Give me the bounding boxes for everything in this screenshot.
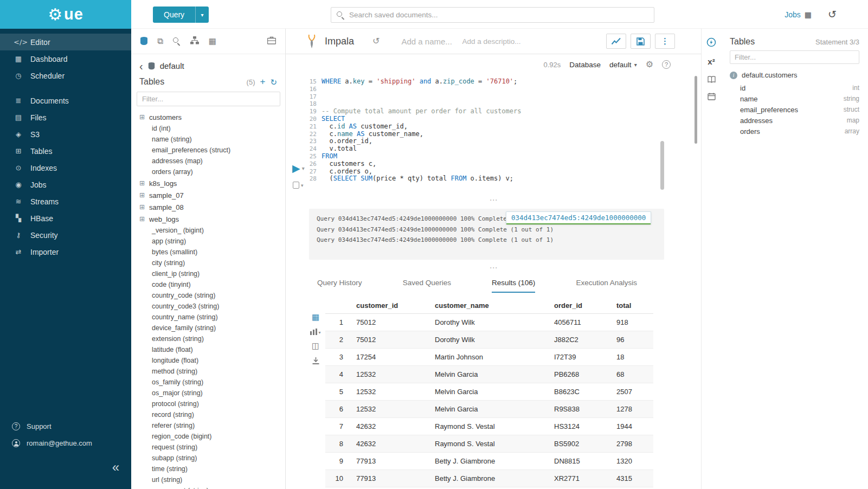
column-item[interactable]: orders (array)	[131, 166, 285, 177]
column-item[interactable]: os_family (string)	[131, 377, 285, 388]
documents-copy-icon[interactable]: ⧉	[157, 36, 163, 46]
code-line[interactable]: 22 c.name AS customer_name,	[307, 131, 701, 138]
settings-gear-icon[interactable]: ⚙	[646, 60, 653, 69]
table-row[interactable]: 512532Melvin GarciaB8623C2507	[325, 383, 653, 401]
column-header[interactable]: order_id	[548, 297, 610, 314]
column-item[interactable]: client_ip (string)	[131, 268, 285, 279]
code-line[interactable]: 15WHERE a.key = 'shipping' and a.zip_cod…	[307, 78, 701, 86]
table-row[interactable]: 612532Melvin GarciaR9S8381278	[325, 401, 653, 418]
column-item[interactable]: extension (string)	[131, 333, 285, 344]
column-item[interactable]: os_major (string)	[131, 388, 285, 398]
code-line[interactable]: 24 v.total	[307, 145, 701, 153]
column-item[interactable]: namestring	[721, 93, 868, 104]
refresh-icon[interactable]: ↻	[270, 78, 277, 86]
query-id-popover[interactable]: 034d413ec7474ed5:4249de1000000000	[506, 211, 651, 224]
column-item[interactable]: latitude (float)	[131, 344, 285, 355]
column-item[interactable]: country_code3 (string)	[131, 301, 285, 312]
sidebar-item-importer[interactable]: ⇄Importer	[0, 243, 131, 260]
sidebar-item-streams[interactable]: ≋Streams	[0, 193, 131, 210]
sidebar-item-s3[interactable]: ◈S3	[0, 126, 131, 143]
table-row[interactable]: 742632Raymond S. VestalHS31241944	[325, 418, 653, 435]
apps-grid-icon[interactable]: ▦	[209, 36, 216, 46]
tab-saved-queries[interactable]: Saved Queries	[403, 279, 451, 293]
code-line[interactable]: 18	[307, 100, 701, 108]
expand-results-icon[interactable]: ◫	[312, 342, 319, 350]
right-filter-input[interactable]	[730, 50, 859, 64]
table-row[interactable]: 275012Dorothy WilkJ882C296	[325, 331, 653, 349]
column-item[interactable]: method (string)	[131, 366, 285, 377]
column-item[interactable]: device_family (string)	[131, 323, 285, 333]
table-row[interactable]: 1077913Betty J. GiambroneXR27714315	[325, 470, 653, 487]
sidebar-item-security[interactable]: ⚷Security	[0, 227, 131, 243]
resize-handle-icon[interactable]	[286, 197, 701, 204]
query-history-icon[interactable]: ↺	[372, 37, 380, 46]
table-row[interactable]: 412532Melvin GarciaPB626868	[325, 366, 653, 383]
code-line[interactable]: 16	[307, 86, 701, 93]
column-item[interactable]: protocol (string)	[131, 398, 285, 409]
collections-briefcase-icon[interactable]	[267, 36, 276, 47]
sitemap-icon[interactable]	[190, 36, 199, 47]
code-line[interactable]: 27 c.orders o,	[307, 168, 701, 176]
sidebar-item-scheduler[interactable]: ◷Scheduler	[0, 67, 131, 84]
column-item[interactable]: addressesmap	[721, 115, 868, 126]
column-item[interactable]: subapp (string)	[131, 453, 285, 464]
databases-icon[interactable]	[140, 37, 147, 46]
code-line[interactable]: 26 customers c,	[307, 160, 701, 168]
sidebar-item-files[interactable]: ▤Files	[0, 109, 131, 126]
create-table-icon[interactable]: +	[260, 78, 265, 86]
functions-icon[interactable]: x²	[708, 57, 715, 66]
chart-view-icon[interactable]: ▾	[310, 329, 320, 335]
column-item[interactable]: user_agent (string)	[131, 485, 285, 489]
column-header[interactable]: customer_id	[350, 297, 428, 314]
code-line[interactable]: 28 (SELECT SUM(price * qty) total FROM o…	[307, 175, 701, 183]
column-item[interactable]: url (string)	[131, 474, 285, 485]
table-row[interactable]: 977913Betty J. GiambroneDN88151320	[325, 453, 653, 470]
column-item[interactable]: code (tinyint)	[131, 279, 285, 290]
column-item[interactable]: referer (string)	[131, 420, 285, 431]
tab-query-history[interactable]: Query History	[317, 279, 362, 293]
query-description-input[interactable]	[462, 37, 531, 46]
code-line[interactable]: 20SELECT	[307, 115, 701, 123]
column-item[interactable]: bytes (smallint)	[131, 247, 285, 258]
tab-results-106[interactable]: Results (106)	[492, 279, 535, 293]
editor-scrollbar[interactable]	[660, 141, 664, 190]
sidebar-item-hbase[interactable]: ▚HBase	[0, 210, 131, 227]
code-line[interactable]: 19-- Compute total amount per order for …	[307, 108, 701, 115]
column-item[interactable]: email_preferencesstruct	[721, 104, 868, 115]
column-item[interactable]: time (string)	[131, 464, 285, 474]
grid-view-icon[interactable]: ▦	[312, 313, 319, 321]
table-item[interactable]: ⊞sample_08	[131, 201, 285, 213]
schedule-icon[interactable]	[708, 93, 716, 100]
hue-logo[interactable]: ⚙ ue	[0, 0, 131, 29]
column-item[interactable]: city (string)	[131, 258, 285, 268]
column-item[interactable]: longitude (float)	[131, 355, 285, 366]
table-filter-input[interactable]	[137, 92, 280, 106]
code-line[interactable]: 21 c.id AS customer_id,	[307, 123, 701, 131]
search-input[interactable]	[349, 11, 648, 19]
column-item[interactable]: country_name (string)	[131, 312, 285, 323]
document-search[interactable]	[331, 7, 654, 23]
support-link[interactable]: ? Support	[0, 418, 131, 435]
tab-execution-analysis[interactable]: Execution Analysis	[576, 279, 637, 293]
query-name-input[interactable]	[401, 37, 456, 46]
column-item[interactable]: region_code (bigint)	[131, 431, 285, 442]
column-item[interactable]: email_preferences (struct)	[131, 145, 285, 156]
query-dropdown-caret-icon[interactable]: ▾	[195, 7, 209, 23]
download-icon[interactable]	[312, 357, 319, 364]
history-icon[interactable]: ↺	[828, 9, 837, 20]
column-item[interactable]: addresses (map)	[131, 156, 285, 166]
assistant-icon[interactable]	[706, 37, 716, 47]
column-item[interactable]: app (string)	[131, 236, 285, 247]
sidebar-item-indexes[interactable]: ⊙Indexes	[0, 159, 131, 176]
sidebar-item-editor[interactable]: </>Editor	[0, 34, 131, 50]
code-line[interactable]: 23 o.order_id,	[307, 138, 701, 145]
table-row[interactable]: 317254Martin JohnsonI72T3918	[325, 349, 653, 366]
sidebar-item-documents[interactable]: ≣Documents	[0, 92, 131, 109]
jobs-link[interactable]: Jobs ▦	[785, 10, 812, 19]
new-query-button[interactable]: Query ▾	[153, 7, 209, 23]
column-item[interactable]: id (int)	[131, 123, 285, 134]
table-row[interactable]: 175012Dorothy Wilk4056711918	[325, 314, 653, 331]
column-item[interactable]: request (string)	[131, 442, 285, 453]
resize-handle-icon[interactable]	[286, 265, 701, 272]
column-item[interactable]: record (string)	[131, 409, 285, 420]
